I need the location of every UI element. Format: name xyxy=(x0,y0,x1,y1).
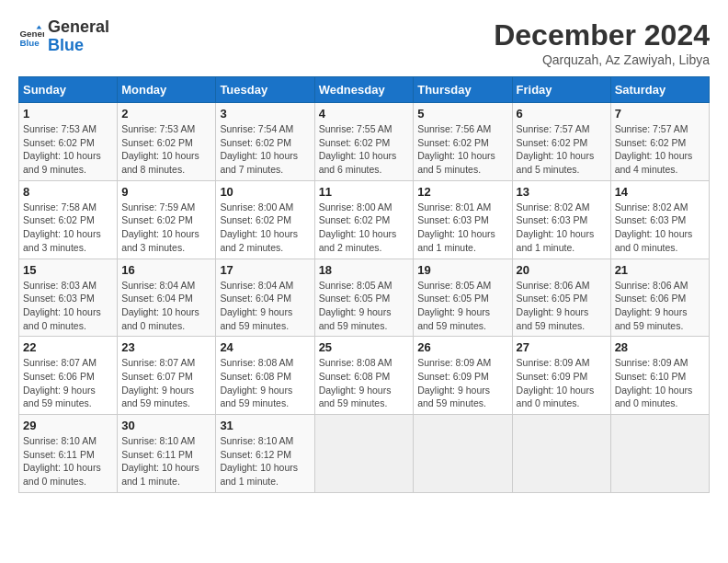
day-info: Sunrise: 7:55 AMSunset: 6:02 PMDaylight:… xyxy=(319,122,410,177)
day-number: 15 xyxy=(23,263,113,277)
day-info: Sunrise: 8:08 AMSunset: 6:08 PMDaylight:… xyxy=(319,356,410,410)
day-number: 19 xyxy=(417,263,507,277)
day-info: Sunrise: 8:09 AMSunset: 6:09 PMDaylight:… xyxy=(417,356,507,410)
day-number: 16 xyxy=(121,263,211,277)
day-number: 30 xyxy=(121,419,211,432)
day-number: 8 xyxy=(23,185,113,199)
day-info: Sunrise: 8:05 AMSunset: 6:05 PMDaylight:… xyxy=(417,279,507,333)
day-number: 28 xyxy=(615,340,705,354)
calendar-day-header: Monday xyxy=(118,77,216,103)
day-number: 4 xyxy=(319,107,410,121)
calendar-cell: 15Sunrise: 8:03 AMSunset: 6:03 PMDayligh… xyxy=(19,259,118,337)
calendar-week-row: 29Sunrise: 8:10 AMSunset: 6:11 PMDayligh… xyxy=(19,415,710,493)
calendar-cell: 20Sunrise: 8:06 AMSunset: 6:05 PMDayligh… xyxy=(512,259,610,337)
day-number: 6 xyxy=(517,107,607,121)
day-info: Sunrise: 7:54 AMSunset: 6:02 PMDaylight:… xyxy=(220,122,310,177)
day-info: Sunrise: 7:57 AMSunset: 6:02 PMDaylight:… xyxy=(615,122,705,177)
day-info: Sunrise: 8:05 AMSunset: 6:05 PMDaylight:… xyxy=(319,279,410,333)
day-number: 10 xyxy=(220,185,310,199)
day-info: Sunrise: 8:06 AMSunset: 6:06 PMDaylight:… xyxy=(615,279,705,333)
calendar-cell: 13Sunrise: 8:02 AMSunset: 6:03 PMDayligh… xyxy=(512,180,610,259)
day-number: 3 xyxy=(220,107,310,121)
day-number: 27 xyxy=(517,340,607,354)
day-number: 26 xyxy=(417,340,507,354)
calendar-cell: 25Sunrise: 8:08 AMSunset: 6:08 PMDayligh… xyxy=(314,337,414,415)
day-info: Sunrise: 8:01 AMSunset: 6:03 PMDaylight:… xyxy=(417,201,507,255)
calendar-day-header: Sunday xyxy=(19,77,118,103)
calendar-cell: 10Sunrise: 8:00 AMSunset: 6:02 PMDayligh… xyxy=(216,180,314,259)
day-info: Sunrise: 7:53 AMSunset: 6:02 PMDaylight:… xyxy=(23,122,113,177)
day-info: Sunrise: 8:02 AMSunset: 6:03 PMDaylight:… xyxy=(517,201,607,255)
day-number: 21 xyxy=(615,263,705,277)
calendar-cell: 16Sunrise: 8:04 AMSunset: 6:04 PMDayligh… xyxy=(118,259,216,337)
day-info: Sunrise: 8:09 AMSunset: 6:10 PMDaylight:… xyxy=(615,356,705,410)
day-number: 20 xyxy=(517,263,607,277)
day-number: 17 xyxy=(220,263,310,277)
calendar-day-header: Wednesday xyxy=(314,77,414,103)
svg-marker-2 xyxy=(37,25,42,29)
month-title: December 2024 xyxy=(494,18,710,52)
calendar-cell: 30Sunrise: 8:10 AMSunset: 6:11 PMDayligh… xyxy=(118,415,216,493)
logo-line2: Blue xyxy=(48,37,109,55)
day-number: 9 xyxy=(121,185,211,199)
calendar-cell: 28Sunrise: 8:09 AMSunset: 6:10 PMDayligh… xyxy=(610,337,709,415)
day-number: 31 xyxy=(220,419,310,432)
calendar-cell: 7Sunrise: 7:57 AMSunset: 6:02 PMDaylight… xyxy=(610,103,709,181)
calendar-cell: 11Sunrise: 8:00 AMSunset: 6:02 PMDayligh… xyxy=(314,180,414,259)
calendar-cell xyxy=(610,415,709,493)
day-info: Sunrise: 8:06 AMSunset: 6:05 PMDaylight:… xyxy=(517,279,607,333)
calendar-cell: 21Sunrise: 8:06 AMSunset: 6:06 PMDayligh… xyxy=(610,259,709,337)
day-number: 12 xyxy=(417,185,507,199)
page-header: General Blue General Blue December 2024 … xyxy=(18,18,710,67)
calendar-day-header: Friday xyxy=(512,77,610,103)
day-number: 7 xyxy=(615,107,705,121)
calendar-cell: 1Sunrise: 7:53 AMSunset: 6:02 PMDaylight… xyxy=(19,103,118,181)
day-info: Sunrise: 8:02 AMSunset: 6:03 PMDaylight:… xyxy=(615,201,705,255)
calendar-cell: 6Sunrise: 7:57 AMSunset: 6:02 PMDaylight… xyxy=(512,103,610,181)
calendar-cell: 29Sunrise: 8:10 AMSunset: 6:11 PMDayligh… xyxy=(19,415,118,493)
day-info: Sunrise: 8:04 AMSunset: 6:04 PMDaylight:… xyxy=(121,279,211,333)
day-number: 5 xyxy=(417,107,507,121)
calendar-day-header: Tuesday xyxy=(216,77,314,103)
calendar-week-row: 8Sunrise: 7:58 AMSunset: 6:02 PMDaylight… xyxy=(19,180,710,259)
calendar-cell: 19Sunrise: 8:05 AMSunset: 6:05 PMDayligh… xyxy=(414,259,512,337)
svg-text:Blue: Blue xyxy=(19,38,40,48)
calendar-cell xyxy=(414,415,512,493)
day-info: Sunrise: 8:00 AMSunset: 6:02 PMDaylight:… xyxy=(220,201,310,255)
calendar-week-row: 22Sunrise: 8:07 AMSunset: 6:06 PMDayligh… xyxy=(19,337,710,415)
day-info: Sunrise: 8:10 AMSunset: 6:11 PMDaylight:… xyxy=(121,434,211,488)
calendar-cell: 14Sunrise: 8:02 AMSunset: 6:03 PMDayligh… xyxy=(610,180,709,259)
logo-icon: General Blue xyxy=(18,24,44,50)
day-info: Sunrise: 8:03 AMSunset: 6:03 PMDaylight:… xyxy=(23,279,113,333)
day-info: Sunrise: 7:59 AMSunset: 6:02 PMDaylight:… xyxy=(121,201,211,255)
calendar-day-header: Saturday xyxy=(610,77,709,103)
day-info: Sunrise: 8:09 AMSunset: 6:09 PMDaylight:… xyxy=(517,356,607,410)
day-info: Sunrise: 8:07 AMSunset: 6:06 PMDaylight:… xyxy=(23,356,113,410)
day-number: 11 xyxy=(319,185,410,199)
day-info: Sunrise: 7:57 AMSunset: 6:02 PMDaylight:… xyxy=(517,122,607,177)
calendar-cell: 2Sunrise: 7:53 AMSunset: 6:02 PMDaylight… xyxy=(118,103,216,181)
calendar-cell: 26Sunrise: 8:09 AMSunset: 6:09 PMDayligh… xyxy=(414,337,512,415)
day-number: 14 xyxy=(615,185,705,199)
day-number: 22 xyxy=(23,340,113,354)
day-number: 13 xyxy=(517,185,607,199)
day-number: 25 xyxy=(319,340,410,354)
day-info: Sunrise: 8:04 AMSunset: 6:04 PMDaylight:… xyxy=(220,279,310,333)
day-info: Sunrise: 8:00 AMSunset: 6:02 PMDaylight:… xyxy=(319,201,410,255)
day-info: Sunrise: 8:10 AMSunset: 6:12 PMDaylight:… xyxy=(220,434,310,488)
calendar-cell: 3Sunrise: 7:54 AMSunset: 6:02 PMDaylight… xyxy=(216,103,314,181)
calendar-cell xyxy=(512,415,610,493)
day-number: 18 xyxy=(319,263,410,277)
day-info: Sunrise: 8:07 AMSunset: 6:07 PMDaylight:… xyxy=(121,356,211,410)
calendar-cell: 18Sunrise: 8:05 AMSunset: 6:05 PMDayligh… xyxy=(314,259,414,337)
calendar-cell xyxy=(314,415,414,493)
calendar-week-row: 1Sunrise: 7:53 AMSunset: 6:02 PMDaylight… xyxy=(19,103,710,181)
day-info: Sunrise: 8:08 AMSunset: 6:08 PMDaylight:… xyxy=(220,356,310,410)
logo-line1: General xyxy=(48,18,109,37)
calendar-week-row: 15Sunrise: 8:03 AMSunset: 6:03 PMDayligh… xyxy=(19,259,710,337)
title-block: December 2024 Qarquzah, Az Zawiyah, Liby… xyxy=(494,18,710,67)
day-info: Sunrise: 8:10 AMSunset: 6:11 PMDaylight:… xyxy=(23,434,113,488)
day-info: Sunrise: 7:58 AMSunset: 6:02 PMDaylight:… xyxy=(23,201,113,255)
day-info: Sunrise: 7:53 AMSunset: 6:02 PMDaylight:… xyxy=(121,122,211,177)
location-title: Qarquzah, Az Zawiyah, Libya xyxy=(494,52,710,67)
